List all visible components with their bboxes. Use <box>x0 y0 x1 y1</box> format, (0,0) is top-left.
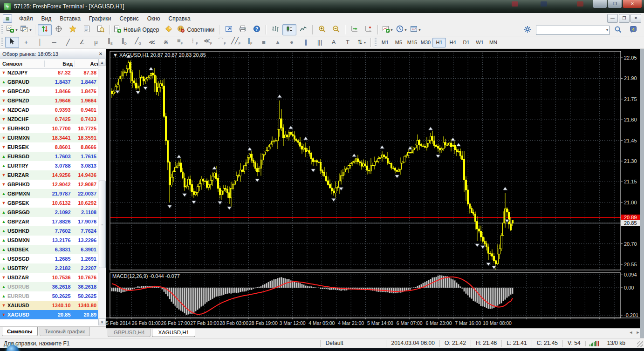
chart-shift-button[interactable] <box>362 24 376 35</box>
equidistant-channel-tool[interactable]: ∥E <box>103 37 117 48</box>
mql4-community-button[interactable]: 4 <box>626 25 640 36</box>
fibo-retracement-tool[interactable]: ≡F <box>173 37 187 48</box>
periods-button[interactable]: ▾ <box>394 24 408 35</box>
timeframe-m15-button[interactable]: M15 <box>405 38 419 47</box>
horizontal-line-tool[interactable]: ─ <box>47 37 61 48</box>
settings-gear-button[interactable] <box>521 25 534 36</box>
market-watch-row-eurrub[interactable]: ▲EURRUB50.262550.2625 <box>0 291 99 301</box>
timeframe-m1-button[interactable]: M1 <box>378 38 392 47</box>
new-chart-button[interactable]: ▾ <box>5 24 19 35</box>
market-watch-row-gbpmxn[interactable]: ▲GBPMXN21.978722.0037 <box>0 189 99 198</box>
expert-advisors-button[interactable]: Советники <box>176 24 217 35</box>
toolbar-drag-handle[interactable] <box>375 38 377 47</box>
market-watch-row-nzdchf[interactable]: ▼NZDCHF0.74250.7433 <box>0 115 99 124</box>
market-watch-column-headers[interactable]: СимволБидАск <box>0 59 106 69</box>
status-profile[interactable]: Default <box>320 340 386 347</box>
timeframe-m5-button[interactable]: M5 <box>392 38 405 47</box>
menu-item-вид[interactable]: Вид <box>37 14 56 23</box>
search-go-button[interactable] <box>611 25 625 36</box>
chevron-down-icon[interactable]: ▾ <box>15 28 17 32</box>
menu-item-вставка[interactable]: Вставка <box>55 14 85 23</box>
mdi-minimize-button[interactable]: — <box>607 14 618 23</box>
market-watch-row-xagusd[interactable]: ▼XAGUSD20.8520.89 <box>0 310 99 319</box>
data-window-button[interactable] <box>52 24 66 35</box>
tab-scroll-left-icon[interactable]: ◄ <box>628 330 634 335</box>
trend-angle-tool[interactable]: ∠ <box>75 37 89 48</box>
panel-tab-symbols[interactable]: Символы <box>2 327 38 336</box>
market-watch-row-usdsgd[interactable]: ▲USDSGD1.26851.2691 <box>0 254 99 263</box>
market-watch-row-gbpnzd[interactable]: ▼GBPNZD1.96461.9664 <box>0 96 99 105</box>
ellipse-tool[interactable]: ● <box>285 37 299 48</box>
scroll-down-icon[interactable]: ▼ <box>98 318 106 325</box>
fibo-timezones-tool[interactable]: ⋮F <box>187 37 201 48</box>
market-watch-row-usdzar[interactable]: ▼USDZAR10.753610.7676 <box>0 273 99 282</box>
navigator-button[interactable] <box>66 24 80 35</box>
menu-item-справка[interactable]: Справка <box>164 14 195 23</box>
gann-fan-tool[interactable]: ≪ <box>145 37 159 48</box>
toolbar-drag-handle[interactable] <box>1 25 3 34</box>
trendline-tool[interactable]: ╱ <box>61 37 75 48</box>
panel-tab-tick-chart[interactable]: Тиковый график <box>40 327 90 336</box>
text-label-tool[interactable]: T <box>341 37 355 48</box>
help-button[interactable]: ? <box>250 24 264 35</box>
bar-chart-button[interactable] <box>268 24 282 35</box>
scrollbar-thumb[interactable]: ≡ <box>99 181 106 268</box>
rectangle-tool[interactable]: ■ <box>257 37 271 48</box>
market-watch-row-usdsek[interactable]: ▲USDSEK6.38316.3901 <box>0 245 99 254</box>
arrows-tool[interactable]: ⇅▾ <box>355 37 369 48</box>
market-watch-row-eurzar[interactable]: ▼EURZAR14.925614.9436 <box>0 170 99 180</box>
market-watch-row-usdrub[interactable]: ▲USDRUB36.261836.2618 <box>0 282 99 291</box>
close-panel-icon[interactable]: ✕ <box>97 51 104 56</box>
scroll-up-icon[interactable]: ▲ <box>98 59 106 66</box>
menu-item-окно[interactable]: Окно <box>143 14 164 23</box>
timeframe-mn-button[interactable]: MN <box>486 38 500 47</box>
market-watch-scrollbar[interactable]: ▲ ≡ ▼ <box>98 59 106 325</box>
chevron-down-icon[interactable]: ▾ <box>364 40 366 45</box>
chevron-down-icon[interactable]: ▾ <box>29 28 31 32</box>
candlestick-chart-button[interactable] <box>282 24 296 35</box>
cursor-tool[interactable] <box>5 37 19 48</box>
zoom-out-button[interactable] <box>329 24 343 35</box>
chevron-down-icon[interactable]: ▾ <box>419 28 421 32</box>
chart-tab-gbpusd-h4[interactable]: GBPUSD,H4 <box>108 329 151 337</box>
linear-regression-tool[interactable]: μ <box>89 37 103 48</box>
strategy-tester-button[interactable] <box>94 24 108 35</box>
minimize-button[interactable]: — <box>593 0 607 8</box>
print-button[interactable] <box>236 24 250 35</box>
resize-grip[interactable] <box>637 341 643 347</box>
market-watch-row-gbpaud[interactable]: ▲GBPAUD1.84371.8447 <box>0 77 99 87</box>
timeframe-d1-button[interactable]: D1 <box>459 38 473 47</box>
market-watch-row-gbpsek[interactable]: ▼GBPSEK10.613210.6292 <box>0 198 99 208</box>
fibo-fan-tool[interactable]: ≪F <box>201 37 215 48</box>
market-watch-row-gbphkd[interactable]: ▼GBPHKD12.904212.9087 <box>0 180 99 189</box>
chevron-down-icon[interactable]: ▾ <box>606 28 608 32</box>
zoom-in-button[interactable] <box>315 24 329 35</box>
market-watch-row-eurhkd[interactable]: ▼EURHKD10.770010.7725 <box>0 124 99 133</box>
fibo-arcs-tool[interactable]: ⌒F <box>215 37 229 48</box>
market-watch-row-gbpzar[interactable]: ▲GBPZAR17.882617.9076 <box>0 217 99 226</box>
templates-button[interactable]: ▾ <box>408 24 422 35</box>
mdi-restore-button[interactable]: ❐ <box>619 14 630 23</box>
new-order-button[interactable]: Новый Ордер <box>112 24 162 35</box>
market-watch-row-eurtry[interactable]: ▲EURTRY3.07883.0813 <box>0 161 99 170</box>
fibo-channel-tool[interactable]: ∥F <box>243 37 257 48</box>
market-watch-row-usdhkd[interactable]: ▲USDHKD7.76027.7624 <box>0 226 99 236</box>
market-watch-row-eurmxn[interactable]: ▼EURMXN18.344118.3591 <box>0 133 99 142</box>
chevron-down-icon[interactable]: ▾ <box>391 28 393 32</box>
menu-item-файл[interactable]: Файл <box>15 14 37 23</box>
mdi-close-button[interactable]: ✕ <box>630 14 641 23</box>
fullscreen-button[interactable] <box>222 24 236 35</box>
price-chart[interactable]: 22.0521.9021.7521.6021.4521.3021.1521.00… <box>106 49 640 328</box>
market-watch-row-nzdjpy[interactable]: ▼NZDJPY87.3287.38 <box>0 68 99 77</box>
timeframe-w1-button[interactable]: W1 <box>473 38 486 47</box>
vertical-line-tool[interactable]: │ <box>33 37 47 48</box>
profiles-button[interactable]: ▾ <box>19 24 33 35</box>
text-tool[interactable]: A <box>327 37 341 48</box>
market-watch-row-xauusd[interactable]: ▼XAUUSD1340.101340.80 <box>0 301 99 310</box>
market-watch-row-eursek[interactable]: ▼EURSEK8.86018.8666 <box>0 142 99 152</box>
metaeditor-button[interactable] <box>162 24 176 35</box>
menu-item-сервис[interactable]: Сервис <box>116 14 143 23</box>
parallel-lines-tool[interactable]: ∥ <box>299 37 313 48</box>
timeframe-m30-button[interactable]: M30 <box>419 38 432 47</box>
timeframe-h4-button[interactable]: H4 <box>446 38 459 47</box>
